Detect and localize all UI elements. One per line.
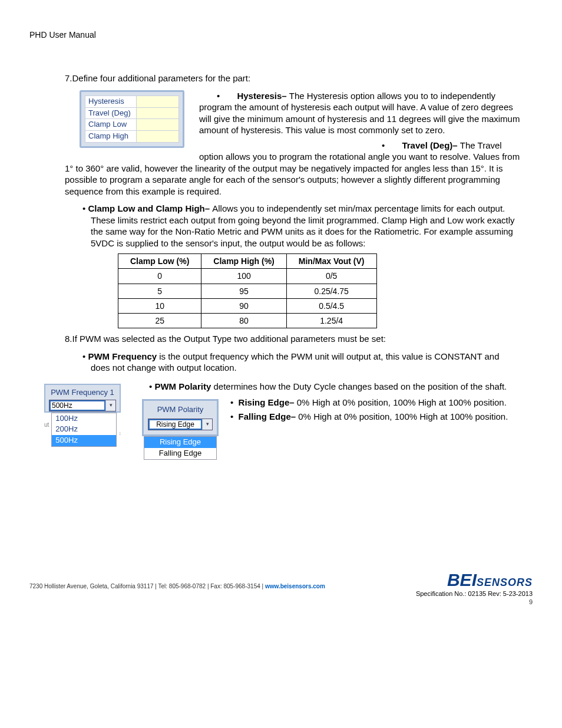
step-8: 8.If PWM was selected as the Output Type… [65,333,521,345]
step-7-number: 7. [65,73,72,83]
dropdown-arrow-icon[interactable] [202,419,212,430]
dropdown-option[interactable]: 500Hz [52,435,116,446]
clamp-table-header: Clamp High (%) [201,254,286,269]
table-row: 10900.5/4.5 [118,298,377,313]
pwm-pol-text: determines how the Duty Cycle changes ba… [211,381,507,391]
company-logo: BEISENSORS Specification No.: 02135 Rev:… [416,572,533,607]
pwm-freq-combo[interactable]: 500Hz [49,400,116,411]
pwm-freq-dropdown[interactable]: 100Hz 200Hz 500Hz [51,413,117,447]
params-table: Hysteresis Travel (Deg) Clamp Low Clamp … [85,95,179,143]
pwm-frequency-widget: PWM Frequency 1 500Hz ut 100Hz 200Hz 500… [44,384,121,447]
param-row-label: Clamp High [85,131,137,143]
page-header: PHD User Manual [29,29,533,40]
page-number: 9 [416,598,533,606]
param-row-label: Travel (Deg) [85,107,137,119]
pwm-pol-dropdown[interactable]: Rising Edge Falling Edge [144,436,217,460]
pwm-polarity-widget: PWM Polarity Rising Edge Rising Edge Fal… [142,399,219,460]
footer-address: 7230 Hollister Avenue, Goleta, Californi… [29,583,265,589]
pwm-freq-title: PWM Frequency 1 [49,388,116,398]
dropdown-option[interactable]: Falling Edge [144,448,216,459]
clamp-label: Clamp Low and Clamp High– [88,203,212,213]
table-row: 25801.25/4 [118,313,377,328]
step-8-text: If PWM was selected as the Output Type t… [72,334,386,344]
param-row-label: Clamp Low [85,119,137,131]
falling-edge-item: • Falling Edge– 0% High at 0% position, … [65,411,521,423]
step-8-number: 8. [65,334,72,344]
step-7: 7.Define four additional parameters for … [65,73,521,84]
param-row-value[interactable] [137,95,179,107]
pwm-pol-label: PWM Polarity [154,381,211,391]
footer-link[interactable]: www.beisensors.com [265,583,325,589]
clamp-table: Clamp Low (%) Clamp High (%) Min/Max Vou… [118,253,377,328]
logo-bei: BEI [447,570,477,589]
step-7-text: Define four additional parameters for th… [72,73,251,83]
spec-number: Specification No.: 02135 Rev: 5-23-2013 [416,589,533,598]
pwm-freq-paragraph: • PWM Frequency is the output frequency … [82,351,521,374]
params-table-box: Hysteresis Travel (Deg) Clamp Low Clamp … [80,90,184,149]
hysteresis-label: Hysteresis– [237,91,289,101]
param-row-label: Hysteresis [85,95,137,107]
rising-edge-label: Rising Edge– [239,397,297,407]
dropdown-option[interactable]: 100Hz [52,413,116,424]
falling-edge-label: Falling Edge– [239,411,299,421]
rising-edge-text: 0% High at 0% position, 100% High at 100… [297,397,507,407]
falling-edge-text: 0% High at 0% position, 100% High at 100… [298,411,508,421]
pwm-pol-title: PWM Polarity [148,405,213,415]
logo-sensors: SENSORS [477,577,533,588]
pwm-pol-combo[interactable]: Rising Edge [148,419,213,430]
param-row-value[interactable] [137,119,179,131]
table-row: 01000/5 [118,269,377,284]
dropdown-option[interactable]: Rising Edge [144,437,216,448]
rising-edge-item: • Rising Edge– 0% High at 0% position, 1… [65,396,521,409]
travel-label: Travel (Deg)– [402,140,459,150]
pwm-pol-selected: Rising Edge [148,419,202,430]
param-row-value[interactable] [137,131,179,143]
pwm-freq-selected: 500Hz [49,400,105,411]
pwm-pol-paragraph: • PWM Polarity determines how the Duty C… [65,381,521,393]
param-row-value[interactable] [137,107,179,119]
dropdown-option[interactable]: 200Hz [52,424,116,435]
dropdown-arrow-icon[interactable] [105,400,115,411]
travel-paragraph: • Travel (Deg)– The Travel option allows… [65,140,521,197]
clamp-table-header: Clamp Low (%) [118,254,201,269]
clamp-table-header: Min/Max Vout (V) [286,254,376,269]
clamp-paragraph: • Clamp Low and Clamp High– Allows you t… [82,203,521,249]
pwm-freq-label: PWM Frequency [88,351,157,361]
table-row: 5950.25/4.75 [118,284,377,298]
page-footer: BEISENSORS Specification No.: 02135 Rev:… [29,582,533,590]
